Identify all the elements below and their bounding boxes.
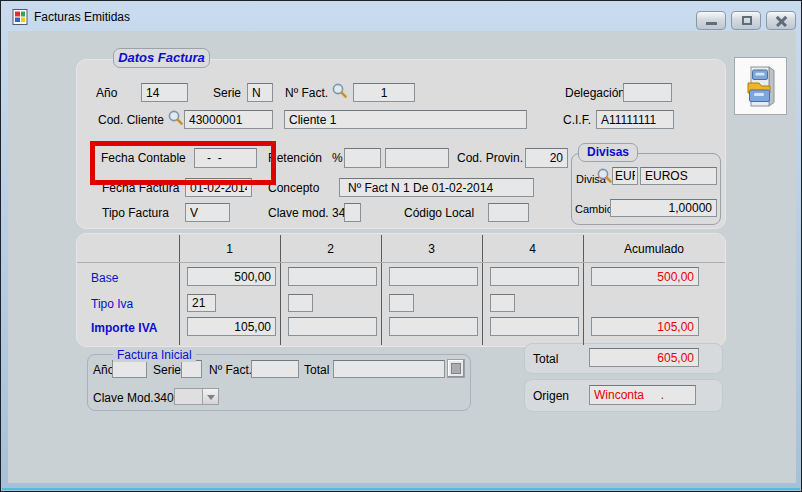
ano-field[interactable] — [141, 83, 188, 102]
cambio-field[interactable] — [610, 199, 717, 217]
fecha-factura-label: Fecha Factura — [102, 181, 179, 195]
window-border-accent — [2, 488, 800, 490]
delegacion-field[interactable] — [623, 83, 672, 102]
column-header-4: 4 — [482, 242, 583, 256]
search-icon[interactable] — [596, 167, 613, 184]
search-icon[interactable] — [167, 109, 184, 126]
fecha-factura-field[interactable] — [185, 178, 252, 197]
tipo-iva-col2-field[interactable] — [288, 294, 313, 312]
importe-iva-col1-field[interactable] — [187, 317, 276, 336]
tipo-iva-col3-field[interactable] — [389, 294, 414, 312]
total-label: Total — [533, 352, 558, 366]
nfact-label: Nº Fact. — [285, 86, 328, 100]
base-row-label: Base — [91, 271, 118, 285]
archive-button[interactable] — [734, 57, 787, 115]
fi-total-label: Total — [304, 363, 329, 377]
window-title: Facturas Emitidas — [34, 10, 130, 24]
ano-label: Año — [96, 86, 117, 100]
divisas-group-title: Divisas — [578, 143, 638, 162]
cod-provin-label: Cod. Provin. — [457, 151, 523, 165]
nfact-field[interactable] — [353, 83, 415, 102]
codigo-local-field[interactable] — [488, 203, 529, 222]
fi-ano-field[interactable] — [112, 360, 147, 378]
fi-total-detail-button[interactable] — [447, 359, 465, 378]
app-icon — [11, 8, 29, 26]
base-acumulado-field[interactable] — [591, 267, 699, 286]
column-header-3: 3 — [381, 242, 482, 256]
codigo-local-label: Código Local — [404, 206, 474, 220]
gray-square-icon — [451, 363, 461, 374]
clave340-field[interactable] — [174, 388, 203, 405]
clave340-dropdown-button[interactable] — [202, 388, 219, 405]
divisa-code-field[interactable] — [612, 167, 638, 185]
serie-label: Serie — [213, 86, 241, 100]
base-col3-field[interactable] — [389, 267, 478, 286]
cod-cliente-label: Cod. Cliente — [98, 113, 164, 127]
concepto-label: Concepto — [268, 181, 319, 195]
fi-serie-field[interactable] — [181, 360, 202, 378]
divisa-name-field[interactable] — [640, 167, 717, 185]
total-field[interactable] — [589, 348, 699, 367]
close-button[interactable] — [766, 11, 796, 30]
importe-iva-col4-field[interactable] — [490, 317, 579, 336]
datos-factura-group-title: Datos Factura — [113, 48, 210, 68]
fecha-contable-label: Fecha Contable — [101, 151, 186, 165]
retencion-importe-field[interactable] — [385, 148, 449, 168]
cambio-label: Cambio — [575, 203, 613, 215]
fi-nfact-label: Nº Fact. — [209, 363, 252, 377]
cod-provin-field[interactable] — [525, 148, 568, 168]
column-header-1: 1 — [179, 242, 280, 256]
origen-label: Origen — [533, 389, 569, 403]
clave347-field[interactable] — [344, 203, 361, 222]
fi-nfact-field[interactable] — [251, 360, 299, 378]
file-cabinet-icon — [741, 63, 781, 109]
title-bar[interactable]: Facturas Emitidas — [2, 2, 800, 31]
delegacion-label: Delegación — [565, 86, 625, 100]
cliente-nombre-field[interactable] — [284, 110, 527, 129]
clave347-label: Clave mod. 347 — [268, 206, 352, 220]
facturas-emitidas-window: Facturas Emitidas Datos Factura Año Seri… — [0, 0, 802, 492]
restore-icon — [742, 16, 752, 25]
restore-button[interactable] — [731, 11, 761, 30]
tipo-iva-row-label: Tipo Iva — [91, 297, 133, 311]
retencion-pct-label: % — [332, 151, 343, 165]
importe-iva-col3-field[interactable] — [389, 317, 478, 336]
cif-label: C.I.F. — [563, 113, 591, 127]
tipo-factura-field[interactable] — [185, 203, 230, 222]
search-icon[interactable] — [331, 82, 348, 99]
importe-iva-row-label: Importe IVA — [91, 321, 157, 335]
serie-field[interactable] — [247, 83, 273, 102]
cod-cliente-field[interactable] — [184, 110, 273, 129]
fi-serie-label: Serie — [153, 363, 181, 377]
base-col2-field[interactable] — [288, 267, 377, 286]
concepto-field[interactable] — [339, 178, 534, 197]
minimize-icon — [706, 22, 717, 25]
minimize-button[interactable] — [696, 11, 726, 30]
clave340-label: Clave Mod.340 — [93, 391, 174, 405]
importe-iva-acumulado-field[interactable] — [591, 317, 699, 336]
chevron-down-icon — [207, 395, 215, 400]
fecha-contable-field[interactable] — [194, 148, 257, 168]
origen-field[interactable] — [589, 385, 696, 405]
importe-iva-col2-field[interactable] — [288, 317, 377, 336]
tipo-iva-col1-field[interactable] — [187, 294, 216, 312]
fi-total-field[interactable] — [333, 360, 445, 378]
factura-inicial-group-title: Factura Inicial — [113, 348, 196, 362]
base-col1-field[interactable] — [187, 267, 276, 286]
tipo-factura-label: Tipo Factura — [102, 206, 169, 220]
base-col4-field[interactable] — [490, 267, 579, 286]
cif-field[interactable] — [596, 110, 674, 129]
retencion-pct-field[interactable] — [344, 148, 381, 168]
column-header-acumulado: Acumulado — [583, 242, 725, 256]
tipo-iva-col4-field[interactable] — [490, 294, 515, 312]
retencion-label: Retención — [268, 151, 322, 165]
column-header-2: 2 — [280, 242, 381, 256]
